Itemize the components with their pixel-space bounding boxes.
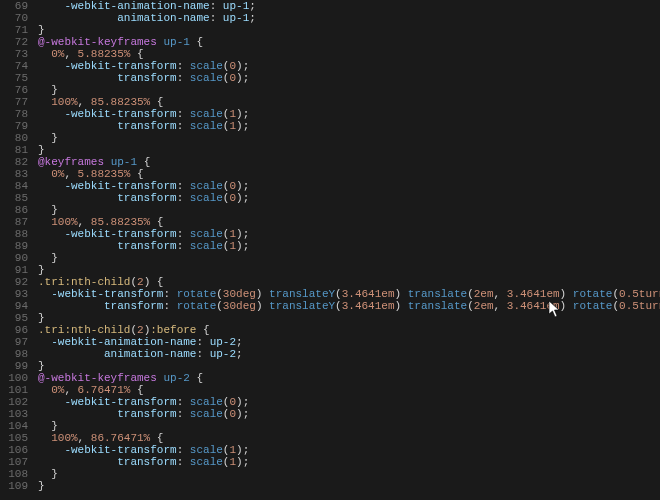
code-line[interactable]: } xyxy=(38,204,660,216)
line-number: 76 xyxy=(0,84,28,96)
code-line[interactable]: -webkit-animation-name: up-2; xyxy=(38,336,660,348)
line-number: 84 xyxy=(0,180,28,192)
line-number: 94 xyxy=(0,300,28,312)
code-line[interactable]: @keyframes up-1 { xyxy=(38,156,660,168)
line-number: 72 xyxy=(0,36,28,48)
line-number: 98 xyxy=(0,348,28,360)
line-number: 75 xyxy=(0,72,28,84)
line-number: 80 xyxy=(0,132,28,144)
code-line[interactable]: 100%, 85.88235% { xyxy=(38,216,660,228)
line-number: 103 xyxy=(0,408,28,420)
line-number: 95 xyxy=(0,312,28,324)
code-line[interactable]: -webkit-transform: scale(1); xyxy=(38,228,660,240)
line-number: 102 xyxy=(0,396,28,408)
code-line[interactable]: @-webkit-keyframes up-2 { xyxy=(38,372,660,384)
line-number: 82 xyxy=(0,156,28,168)
code-line[interactable]: transform: rotate(30deg) translateY(3.46… xyxy=(38,300,660,312)
line-number: 79 xyxy=(0,120,28,132)
line-gutter: 6970717273747576777879808182838485868788… xyxy=(0,0,38,500)
code-area[interactable]: -webkit-animation-name: up-1; animation-… xyxy=(38,0,660,500)
code-line[interactable]: } xyxy=(38,264,660,276)
line-number: 108 xyxy=(0,468,28,480)
code-line[interactable]: 100%, 86.76471% { xyxy=(38,432,660,444)
code-line[interactable]: transform: scale(0); xyxy=(38,192,660,204)
line-number: 93 xyxy=(0,288,28,300)
line-number: 71 xyxy=(0,24,28,36)
code-line[interactable]: transform: scale(1); xyxy=(38,240,660,252)
line-number: 83 xyxy=(0,168,28,180)
code-editor[interactable]: 6970717273747576777879808182838485868788… xyxy=(0,0,660,500)
line-number: 90 xyxy=(0,252,28,264)
code-line[interactable]: -webkit-transform: scale(0); xyxy=(38,60,660,72)
line-number: 92 xyxy=(0,276,28,288)
line-number: 101 xyxy=(0,384,28,396)
code-line[interactable]: @-webkit-keyframes up-1 { xyxy=(38,36,660,48)
line-number: 109 xyxy=(0,480,28,492)
code-line[interactable]: -webkit-transform: rotate(30deg) transla… xyxy=(38,288,660,300)
code-line[interactable]: transform: scale(0); xyxy=(38,408,660,420)
code-line[interactable]: } xyxy=(38,360,660,372)
line-number: 78 xyxy=(0,108,28,120)
code-line[interactable]: -webkit-transform: scale(0); xyxy=(38,396,660,408)
code-line[interactable]: animation-name: up-2; xyxy=(38,348,660,360)
line-number: 88 xyxy=(0,228,28,240)
code-line[interactable]: -webkit-transform: scale(1); xyxy=(38,444,660,456)
line-number: 77 xyxy=(0,96,28,108)
line-number: 107 xyxy=(0,456,28,468)
code-line[interactable]: } xyxy=(38,24,660,36)
code-line[interactable]: -webkit-transform: scale(1); xyxy=(38,108,660,120)
line-number: 100 xyxy=(0,372,28,384)
line-number: 70 xyxy=(0,12,28,24)
code-line[interactable]: } xyxy=(38,144,660,156)
line-number: 99 xyxy=(0,360,28,372)
line-number: 105 xyxy=(0,432,28,444)
line-number: 74 xyxy=(0,60,28,72)
code-line[interactable]: } xyxy=(38,84,660,96)
code-line[interactable]: transform: scale(1); xyxy=(38,456,660,468)
line-number: 104 xyxy=(0,420,28,432)
line-number: 91 xyxy=(0,264,28,276)
code-line[interactable]: } xyxy=(38,420,660,432)
code-line[interactable]: 0%, 6.76471% { xyxy=(38,384,660,396)
line-number: 86 xyxy=(0,204,28,216)
code-line[interactable]: } xyxy=(38,312,660,324)
line-number: 96 xyxy=(0,324,28,336)
code-line[interactable]: 0%, 5.88235% { xyxy=(38,48,660,60)
code-line[interactable]: -webkit-transform: scale(0); xyxy=(38,180,660,192)
line-number: 73 xyxy=(0,48,28,60)
code-line[interactable]: } xyxy=(38,480,660,492)
line-number: 97 xyxy=(0,336,28,348)
line-number: 87 xyxy=(0,216,28,228)
code-line[interactable]: 100%, 85.88235% { xyxy=(38,96,660,108)
code-line[interactable]: } xyxy=(38,252,660,264)
code-line[interactable]: transform: scale(0); xyxy=(38,72,660,84)
line-number: 85 xyxy=(0,192,28,204)
line-number: 81 xyxy=(0,144,28,156)
line-number: 106 xyxy=(0,444,28,456)
code-line[interactable]: 0%, 5.88235% { xyxy=(38,168,660,180)
code-line[interactable]: } xyxy=(38,132,660,144)
code-line[interactable]: } xyxy=(38,468,660,480)
code-line[interactable]: .tri:nth-child(2) { xyxy=(38,276,660,288)
line-number: 89 xyxy=(0,240,28,252)
code-line[interactable]: transform: scale(1); xyxy=(38,120,660,132)
code-line[interactable]: .tri:nth-child(2):before { xyxy=(38,324,660,336)
code-line[interactable]: animation-name: up-1; xyxy=(38,12,660,24)
code-line[interactable]: -webkit-animation-name: up-1; xyxy=(38,0,660,12)
line-number: 69 xyxy=(0,0,28,12)
